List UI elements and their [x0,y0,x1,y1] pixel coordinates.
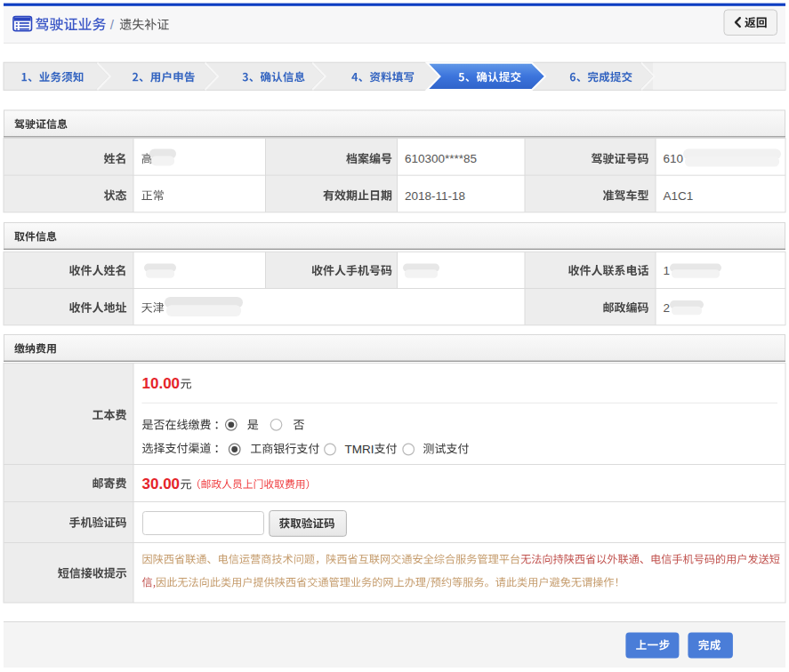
svg-text:610300****85: 610300****85 [405,152,477,165]
svg-text:2018-11-18: 2018-11-18 [405,189,465,203]
svg-text:TMRI: TMRI [345,443,374,456]
svg-text:30.00: 30.00 [142,476,181,492]
svg-text:1: 1 [664,264,671,277]
svg-text:A1C1: A1C1 [664,189,694,203]
svg-text:10.00: 10.00 [142,375,181,392]
svg-text:610: 610 [664,152,684,165]
svg-text:2: 2 [664,301,671,315]
